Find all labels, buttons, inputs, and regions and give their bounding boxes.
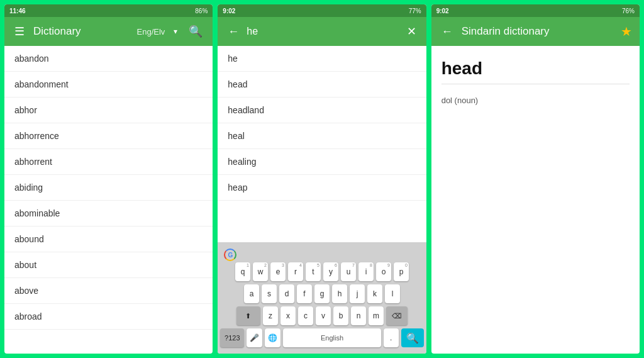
keyboard: G q1 w2 e3 r4 t5 y6 u7 i8 o9 p0 a s d f … [218,242,426,354]
globe-key[interactable]: 🌐 [265,328,280,347]
status-bar-2: 9:02 77% [218,4,426,17]
numbers-key[interactable]: ?123 [220,328,244,347]
key-l[interactable]: l [385,284,400,303]
key-z[interactable]: z [263,306,278,325]
search-key[interactable]: 🔍 [401,328,424,347]
detail-translation: dol (noun) [441,96,630,105]
keyboard-bottom-row: ?123 🎤 🌐 English . 🔍 [220,328,423,347]
app-title-3: Sindarin dictionary [462,25,614,38]
key-a[interactable]: a [244,284,259,303]
key-g[interactable]: g [314,284,330,303]
panel-detail: 9:02 76% ← Sindarin dictionary ★ head do… [431,4,640,354]
key-u[interactable]: u7 [341,262,356,281]
keyboard-row-3: ⬆ z x c v b n m ⌫ [220,306,423,325]
list-item[interactable]: abound [4,227,213,252]
battery-3: 76% [622,8,635,14]
list-item[interactable]: abhorrent [4,149,213,175]
key-s[interactable]: s [262,284,277,303]
key-b[interactable]: b [333,306,348,325]
search-result-item[interactable]: head [218,72,426,98]
menu-icon[interactable]: ☰ [12,22,27,41]
key-m[interactable]: m [369,306,384,325]
app-subtitle-1: Eng/Elv [137,27,165,36]
suggestion-row: G [220,246,423,262]
key-v[interactable]: v [316,306,331,325]
list-item[interactable]: abandon [4,46,213,72]
key-i[interactable]: i8 [358,262,374,281]
search-result-item[interactable]: he [218,46,426,72]
list-item[interactable]: abiding [4,175,213,201]
search-app-bar: ← ✕ [218,17,426,46]
clear-icon[interactable]: ✕ [404,22,419,41]
key-n[interactable]: n [351,306,366,325]
key-r[interactable]: r4 [288,262,303,281]
search-icon-1[interactable]: 🔍 [186,22,205,41]
time-1: 11:46 [9,8,26,14]
search-results: he head headland heal healing heap [218,46,426,242]
key-x[interactable]: x [280,306,296,325]
key-o[interactable]: o9 [376,262,391,281]
keyboard-row-2: a s d f g h j k l [220,284,423,303]
search-result-item[interactable]: heal [218,123,426,149]
app-bar-3: ← Sindarin dictionary ★ [431,17,640,46]
key-d[interactable]: d [279,284,294,303]
shift-key[interactable]: ⬆ [236,306,260,325]
key-w[interactable]: w2 [253,262,268,281]
key-c[interactable]: c [298,306,313,325]
list-item[interactable]: about [4,252,213,278]
time-2: 9:02 [223,8,235,14]
detail-content: head dol (noun) [431,46,640,354]
key-q[interactable]: q1 [235,262,250,281]
status-bar-3: 9:02 76% [431,4,640,17]
search-input[interactable] [247,26,399,37]
list-item[interactable]: abroad [4,304,213,330]
time-3: 9:02 [436,8,449,14]
space-key[interactable]: English [283,328,380,347]
delete-key[interactable]: ⌫ [386,306,408,325]
key-t[interactable]: t5 [306,262,321,281]
battery-1: 86% [195,8,208,14]
app-bar-1: ☰ Dictionary Eng/Elv 🔍 [4,17,213,46]
mic-key[interactable]: 🎤 [247,328,262,347]
keyboard-row-1: q1 w2 e3 r4 t5 y6 u7 i8 o9 p0 [220,262,423,281]
star-icon[interactable]: ★ [621,24,632,39]
key-p[interactable]: p0 [394,262,409,281]
key-y[interactable]: y6 [323,262,338,281]
search-result-item[interactable]: healing [218,149,426,175]
list-item[interactable]: abhor [4,98,213,123]
list-item[interactable]: abandonment [4,72,213,98]
detail-word: head [441,59,630,79]
key-f[interactable]: f [297,284,312,303]
word-list: abandon abandonment abhor abhorrence abh… [4,46,213,354]
app-title-1: Dictionary [33,25,131,38]
key-j[interactable]: j [350,284,365,303]
key-k[interactable]: k [367,284,382,303]
battery-2: 77% [409,8,421,14]
list-item[interactable]: abominable [4,201,213,227]
back-icon-2[interactable]: ← [225,23,242,41]
list-item[interactable]: above [4,278,213,304]
status-bar-1: 11:46 86% [4,4,213,17]
back-icon-3[interactable]: ← [439,23,455,41]
panel-dictionary: 11:46 86% ☰ Dictionary Eng/Elv 🔍 abandon… [4,4,213,354]
search-result-item[interactable]: headland [218,98,426,123]
search-result-item[interactable]: heap [218,175,426,201]
panel-search: 9:02 77% ← ✕ he head headland heal heali… [218,4,426,354]
chevron-down-icon[interactable] [171,25,180,38]
google-icon: G [224,249,236,261]
key-e[interactable]: e3 [270,262,286,281]
period-key[interactable]: . [384,328,399,347]
list-item[interactable]: abhorrence [4,123,213,149]
key-h[interactable]: h [332,284,347,303]
divider [441,84,630,84]
